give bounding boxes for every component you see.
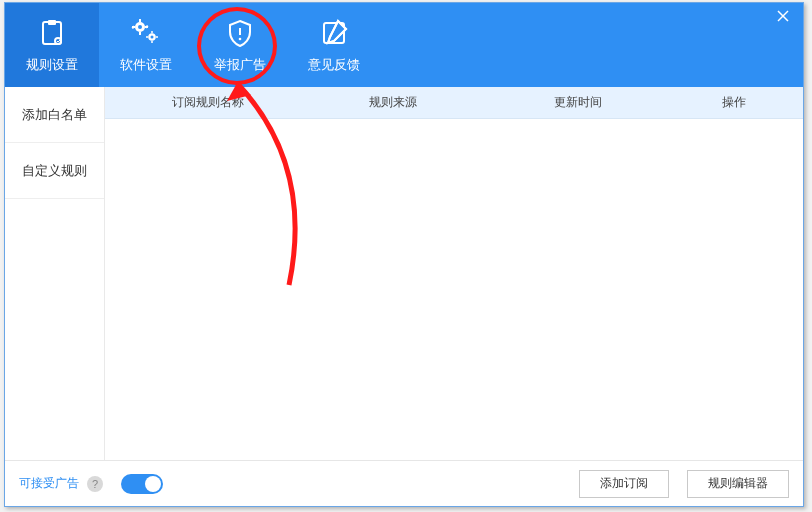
- svg-rect-5: [139, 19, 141, 22]
- svg-rect-15: [146, 36, 148, 38]
- button-label: 添加订阅: [600, 475, 648, 492]
- sidebar: 添加白名单 自定义规则: [5, 87, 105, 460]
- svg-rect-16: [156, 36, 158, 38]
- tab-label: 举报广告: [214, 56, 266, 74]
- col-header-action: 操作: [673, 94, 795, 111]
- table-body-empty: [105, 119, 803, 460]
- add-subscription-button[interactable]: 添加订阅: [579, 470, 669, 498]
- sidebar-item-label: 添加白名单: [22, 106, 87, 124]
- sidebar-item-custom[interactable]: 自定义规则: [5, 143, 104, 199]
- window-body: 添加白名单 自定义规则 订阅规则名称 规则来源 更新时间 操作: [5, 87, 803, 460]
- edit-icon: [317, 16, 351, 50]
- tab-label: 意见反馈: [308, 56, 360, 74]
- sidebar-item-label: 自定义规则: [22, 162, 87, 180]
- clipboard-icon: [35, 16, 69, 50]
- svg-point-2: [55, 38, 61, 44]
- sidebar-item-whitelist[interactable]: 添加白名单: [5, 87, 104, 143]
- tab-software[interactable]: 软件设置: [99, 3, 193, 87]
- button-label: 规则编辑器: [708, 475, 768, 492]
- footer: 可接受广告 ? 添加订阅 规则编辑器: [5, 460, 803, 506]
- svg-point-12: [151, 36, 154, 39]
- svg-rect-13: [151, 31, 153, 33]
- toggle-knob: [145, 476, 161, 492]
- acceptable-ads-toggle[interactable]: [121, 474, 163, 494]
- settings-window: 规则设置 软件设置: [4, 2, 804, 507]
- svg-point-18: [239, 38, 242, 41]
- close-icon: [777, 8, 789, 26]
- help-icon[interactable]: ?: [87, 476, 103, 492]
- svg-rect-1: [48, 20, 56, 25]
- col-header-name: 订阅规则名称: [113, 94, 303, 111]
- content-area: 订阅规则名称 规则来源 更新时间 操作: [105, 87, 803, 460]
- col-header-updated: 更新时间: [483, 94, 673, 111]
- titlebar: 规则设置 软件设置: [5, 3, 803, 87]
- tab-label: 软件设置: [120, 56, 172, 74]
- table-header-row: 订阅规则名称 规则来源 更新时间 操作: [105, 87, 803, 119]
- tab-report[interactable]: 举报广告: [193, 3, 287, 87]
- svg-rect-14: [151, 41, 153, 43]
- close-button[interactable]: [763, 3, 803, 31]
- acceptable-ads-link[interactable]: 可接受广告: [19, 475, 79, 492]
- svg-point-4: [138, 25, 142, 29]
- tab-label: 规则设置: [26, 56, 78, 74]
- svg-rect-6: [139, 32, 141, 35]
- tab-feedback[interactable]: 意见反馈: [287, 3, 381, 87]
- shield-alert-icon: [223, 16, 257, 50]
- rule-editor-button[interactable]: 规则编辑器: [687, 470, 789, 498]
- tab-rules[interactable]: 规则设置: [5, 3, 99, 87]
- gears-icon: [129, 16, 163, 50]
- col-header-source: 规则来源: [303, 94, 483, 111]
